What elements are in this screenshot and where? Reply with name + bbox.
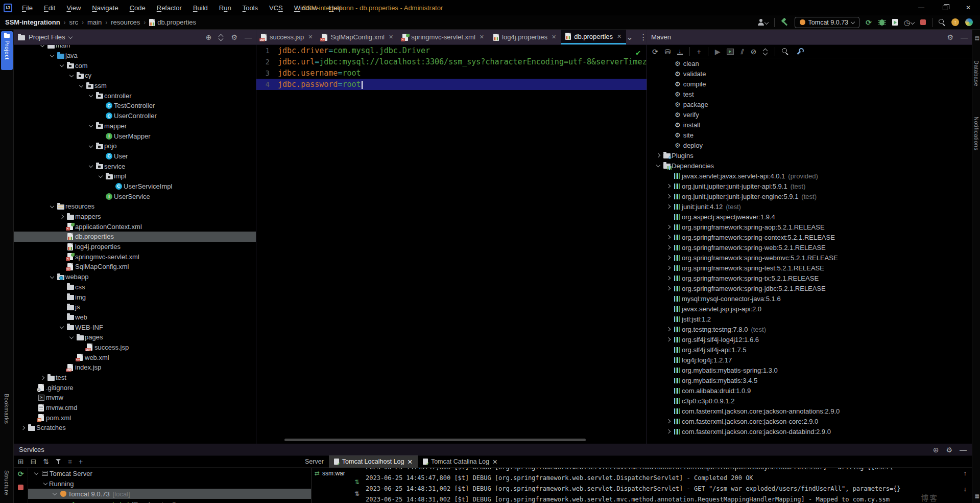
chevron-down-icon[interactable] [88,143,92,147]
tree-item-testcontroller[interactable]: CTestController [14,101,256,111]
close-tab-icon[interactable]: ✕ [389,34,393,40]
maven-goal-compile[interactable]: ⚙compile [647,79,972,89]
menu-edit[interactable]: Edit [39,3,60,13]
update-available-icon[interactable]: ↑ [951,18,959,26]
service-item-tomcat-9-0-73[interactable]: Tomcat 9.0.73[local] [28,489,311,499]
collapse-all-icon[interactable] [763,49,768,55]
menu-file[interactable]: File [17,3,37,13]
tool-button-database[interactable]: Database [973,60,979,88]
log-output[interactable]: 2023-06-25 14:45:47,800 [$t] DEBUG [org.… [366,468,954,503]
restore-button[interactable] [933,0,957,15]
breadcrumb-file[interactable]: db.properties [149,18,196,26]
chevron-right-icon[interactable] [666,337,670,341]
dependency-org-junit-jupiter-junit-jupiter-api-5-9-1[interactable]: org.junit.jupiter:junit-jupiter-api:5.9.… [647,181,972,191]
tab-springmvc-servlet-xml[interactable]: springmvc-servlet.xml✕ [398,30,489,44]
close-tab-icon[interactable]: ✕ [492,458,497,466]
tree-item-com[interactable]: com [14,60,256,71]
console-tab-server[interactable]: Server [300,455,329,468]
tree-item-java[interactable]: java [14,51,256,61]
tree-item-userservice[interactable]: IUserService [14,191,256,201]
maven-settings-icon[interactable] [795,48,802,55]
dependency-org-springframework-spring-test-5-2-1-release[interactable]: org.springframework:spring-test:5.2.1.RE… [647,263,972,273]
ide-features-icon[interactable] [965,18,973,26]
download-sources-icon[interactable] [677,49,683,55]
tree-item-springmvc-servlet-xml[interactable]: springmvc-servlet.xml [14,252,256,262]
editor-line-2[interactable]: 2jdbc.url=jdbc:mysql://localhost:3306/ss… [256,56,647,67]
dependency-org-springframework-spring-webmvc-5-2-1-release[interactable]: org.springframework:spring-webmvc:5.2.1.… [647,253,972,263]
dependency-org-springframework-spring-jdbc-5-2-1-release[interactable]: org.springframework:spring-jdbc:5.2.1.RE… [647,283,972,293]
tree-item-mappers[interactable]: mappers [14,212,256,222]
tab-success-jsp[interactable]: success.jsp✕ [256,30,317,44]
tree-item-user[interactable]: CUser [14,151,256,162]
chevron-down-icon[interactable] [69,73,73,77]
console-tab-tomcat-localhost-log[interactable]: Tomcat Localhost Log✕ [329,455,418,468]
tree-item-mvnw-cmd[interactable]: mvnw.cmd [14,403,256,413]
tree-item-web-inf[interactable]: WEB-INF [14,322,256,332]
tree-item-usercontroller[interactable]: CUserController [14,111,256,121]
chevron-right-icon[interactable] [666,235,670,239]
chevron-down-icon[interactable] [52,491,56,495]
dependency-org-slf4j-slf4j-log4j12-1-6-6[interactable]: org.slf4j:slf4j-log4j12:1.6.6 [647,334,972,345]
run-config-label[interactable]: ⇄ ssm:war [315,470,345,477]
maven-goal-test[interactable]: ⚙test [647,89,972,99]
gear-icon[interactable]: ⚙ [231,33,237,41]
dependency-junit-junit-4-12[interactable]: junit:junit:4.12(test) [647,201,972,212]
chevron-down-icon[interactable] [34,471,38,475]
service-item-running[interactable]: Running [28,478,311,489]
chevron-right-icon[interactable] [666,327,670,331]
tree-item-webapp[interactable]: webapp [14,272,256,282]
maven-goal-site[interactable]: ⚙site [647,130,972,140]
editor-line-3[interactable]: 3jdbc.username=root [256,67,647,79]
horizontal-scrollbar[interactable] [284,439,586,441]
skip-tests-icon[interactable]: ⫽ [740,48,744,55]
tree-item-cy[interactable]: cy [14,71,256,81]
dependency-jstl-jstl-1-2[interactable]: jstl:jstl:1.2 [647,314,972,324]
tree-item-resources[interactable]: resources [14,201,256,212]
chevron-right-icon[interactable] [666,429,670,433]
dependency-com-fasterxml-jackson-core-jackson-annotations-2-9-0[interactable]: com.fasterxml.jackson.core:jackson-annot… [647,406,972,416]
close-tab-icon[interactable]: ✕ [308,34,313,40]
console-tab-tomcat-catalina-log[interactable]: Tomcat Catalina Log✕ [418,455,503,468]
locate-icon[interactable]: ⊕ [933,446,939,454]
minimize-button[interactable]: — [910,0,933,15]
chevron-down-icon[interactable] [50,274,54,278]
tree-item-ssm[interactable]: ssm [14,81,256,91]
generate-sources-icon[interactable]: ⛁ [665,48,671,55]
breadcrumb-item-resources[interactable]: resources [111,18,140,26]
breadcrumb-item-ssm-integrationn[interactable]: SSM-integrationn [5,18,60,26]
chevron-down-icon[interactable] [656,163,660,167]
rerun-button[interactable]: ⟳ [866,19,872,26]
group-by-icon[interactable]: ⇅ [43,458,49,465]
service-item-tomcat-server[interactable]: Tomcat Server [28,468,311,478]
run-goal-icon[interactable]: ▶ [715,48,721,55]
tool-button-maven-stripe[interactable]: ▤ [975,33,979,42]
editor-body[interactable]: ✔ 1jdbc.driver=com.mysql.jdbc.Driver2jdb… [256,45,647,444]
dependency-javax-servlet-javax-servlet-api-4-0-1[interactable]: javax.servlet:javax.servlet-api:4.0.1(pr… [647,171,972,181]
debug-icon[interactable] [879,19,885,26]
tree-item-scratches[interactable]: Scratches [14,423,256,433]
dependency-org-testng-testng-7-8-0[interactable]: org.testng:testng:7.8.0(test) [647,324,972,334]
scroll-up-icon[interactable]: ↑ [964,469,967,477]
tree-item-success-jsp[interactable]: success.jsp [14,342,256,353]
tree-item-pojo[interactable]: pojo [14,141,256,151]
rerun-server-icon[interactable]: ⟳ [18,470,24,477]
tree-item-js[interactable]: js [14,302,256,312]
chevron-down-icon[interactable] [98,174,102,178]
dependency-org-springframework-spring-tx-5-2-1-release[interactable]: org.springframework:spring-tx:5.2.1.RELE… [647,273,972,283]
maven-goal-validate[interactable]: ⚙validate [647,68,972,79]
search-artifact-icon[interactable] [782,48,788,55]
tree-item-test[interactable]: test [14,373,256,383]
chevron-right-icon[interactable] [656,153,660,157]
locate-file-icon[interactable]: ⊕ [206,33,212,41]
menu-view[interactable]: View [62,3,85,13]
chevron-down-icon[interactable] [79,83,83,87]
skip-to-end-icon[interactable]: ⇅ [354,490,360,497]
stop-button[interactable] [920,19,926,25]
filter-icon[interactable] [56,459,61,464]
scroll-to-end-icon[interactable]: ⇅ [354,478,360,486]
editor-line-1[interactable]: 1jdbc.driver=com.mysql.jdbc.Driver [256,45,647,56]
tree-item-css[interactable]: css [14,282,256,292]
dependency-org-junit-jupiter-junit-jupiter-engine-5-9-1[interactable]: org.junit.jupiter:junit-jupiter-engine:5… [647,191,972,201]
chevron-right-icon[interactable] [666,245,670,249]
dependency-org-springframework-spring-aop-5-2-1-release[interactable]: org.springframework:spring-aop:5.2.1.REL… [647,222,972,232]
